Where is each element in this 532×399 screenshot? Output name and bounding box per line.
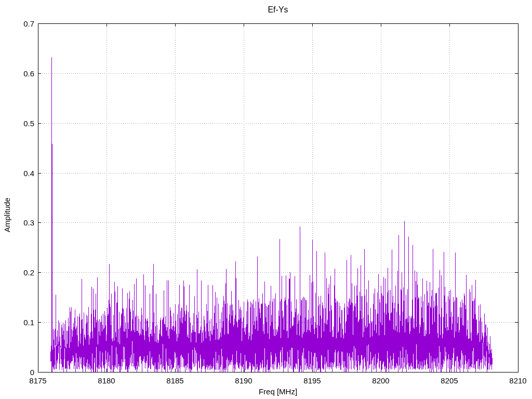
y-tick-label: 0.6 xyxy=(0,69,34,78)
x-tick-label: 8180 xyxy=(91,376,122,385)
y-tick-label: 0.3 xyxy=(0,218,34,227)
x-tick-label: 8195 xyxy=(297,376,328,385)
y-tick-label: 0.2 xyxy=(0,268,34,277)
x-tick-label: 8200 xyxy=(365,376,396,385)
x-tick-label: 8185 xyxy=(159,376,191,385)
y-tick-label: 0.1 xyxy=(0,318,34,327)
y-tick-label: 0 xyxy=(0,368,34,377)
spectrum-figure: Ef-Ys Amplitude Freq [MHz] 8175818081858… xyxy=(0,0,532,399)
chart-title: Ef-Ys xyxy=(38,5,518,15)
x-tick-label: 8175 xyxy=(22,376,54,385)
y-tick-label: 0.7 xyxy=(0,19,34,28)
y-tick-label: 0.5 xyxy=(0,119,34,128)
x-tick-label: 8210 xyxy=(502,376,532,385)
x-axis-title: Freq [MHz] xyxy=(38,387,518,396)
x-tick-label: 8205 xyxy=(434,376,465,385)
plot-canvas xyxy=(0,0,532,399)
x-tick-label: 8190 xyxy=(228,376,259,385)
y-tick-label: 0.4 xyxy=(0,169,34,178)
